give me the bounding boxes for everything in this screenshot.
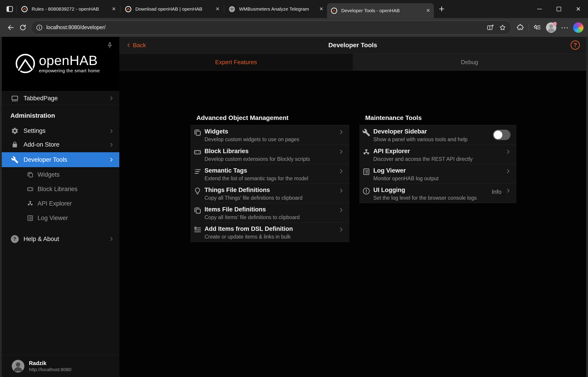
- browser-tab-rules[interactable]: Rules - 8080839272 - openHAB ✕: [17, 0, 120, 18]
- chevron-right-icon: [109, 129, 114, 133]
- browser-tab-download[interactable]: Download openHAB | openHAB ✕: [121, 0, 223, 18]
- list-item-add-items-from-dsl[interactable]: Add Items from DSL Definition Create or …: [191, 222, 349, 242]
- chevron-right-icon: [505, 168, 511, 174]
- item-title: Log Viewer: [373, 167, 516, 174]
- advanced-object-management-section: Advanced Object Management Widgets Devel…: [191, 71, 349, 242]
- user-name: Radzik: [29, 360, 72, 367]
- new-tab-button[interactable]: +: [439, 4, 444, 14]
- main-area: Back Developer Tools ? Expert Features D…: [119, 37, 586, 377]
- window-controls: ✕: [530, 0, 588, 18]
- help-icon[interactable]: ?: [571, 40, 580, 50]
- sidebar-item-block-libraries[interactable]: Block Libraries: [2, 183, 119, 196]
- list-item-ui-logging[interactable]: UI Logging Set the log level for the bro…: [359, 183, 516, 203]
- close-tab-icon[interactable]: ✕: [216, 6, 220, 12]
- chevron-right-icon: [109, 236, 114, 241]
- close-tab-icon[interactable]: ✕: [319, 6, 323, 12]
- back-button[interactable]: [4, 22, 17, 34]
- list-item-log-viewer[interactable]: Log Viewer Monitor openHAB log output: [359, 164, 516, 183]
- minimize-button[interactable]: [530, 0, 549, 18]
- url-text[interactable]: localhost:8080/developer/: [46, 24, 482, 31]
- browser-tab-developer-tools-active[interactable]: Developer Tools - openHAB ✕: [327, 3, 434, 18]
- browser-tab-strip: Rules - 8080839272 - openHAB ✕ Download …: [0, 0, 588, 18]
- list: Widgets Develop custom widgets to use on…: [191, 125, 349, 242]
- sidebar-item-label: Help & About: [24, 236, 59, 243]
- list: Developer Sidebar Show a panel with vari…: [359, 125, 516, 203]
- extensions-icon[interactable]: [514, 22, 526, 34]
- list-item-widgets[interactable]: Widgets Develop custom widgets to use on…: [191, 125, 349, 145]
- close-tab-icon[interactable]: ✕: [426, 8, 430, 13]
- sidebar-item-label: API Explorer: [37, 200, 72, 207]
- refresh-button[interactable]: [17, 22, 29, 34]
- list-item-semantic-tags[interactable]: Semantic Tags Extend the list of semanti…: [191, 164, 349, 183]
- openhab-favicon-icon: [331, 7, 338, 14]
- user-avatar: [12, 360, 24, 373]
- tab-expert-features[interactable]: Expert Features: [119, 54, 353, 71]
- chevron-right-icon: [505, 149, 511, 154]
- section-heading: Maintenance Tools: [365, 114, 516, 121]
- list-item-things-file-definitions[interactable]: Things File Definitions Copy all Things'…: [191, 183, 349, 203]
- brand-tagline: empowering the smart home: [39, 68, 100, 73]
- window-edge-left: [0, 37, 2, 377]
- site-info-icon[interactable]: [36, 24, 43, 31]
- sidebar-item-api-explorer[interactable]: API Explorer: [2, 197, 119, 210]
- list-item-items-file-definitions[interactable]: Items File Definitions Copy all Items' f…: [191, 203, 349, 222]
- ticket-icon: [193, 148, 202, 157]
- close-tab-icon[interactable]: ✕: [112, 6, 116, 12]
- gear-icon: [10, 127, 19, 135]
- sidebar-item-widgets[interactable]: Widgets: [2, 168, 119, 181]
- favorites-list-icon[interactable]: [531, 22, 543, 34]
- chevron-right-icon: [338, 227, 344, 232]
- openhab-favicon-icon: [21, 6, 28, 13]
- item-title: API Explorer: [373, 147, 516, 155]
- sidebar-item-log-viewer[interactable]: Log Viewer: [2, 212, 119, 224]
- maintenance-tools-section: Maintenance Tools Developer Sidebar Show…: [359, 71, 516, 203]
- sidebar-item-addon-store[interactable]: Add-on Store: [2, 139, 119, 151]
- list-item-developer-sidebar[interactable]: Developer Sidebar Show a panel with vari…: [359, 125, 516, 145]
- list-item-block-libraries[interactable]: Block Libraries Develop custom extension…: [191, 145, 349, 164]
- browser-tab-wmbusmeters[interactable]: WMBusmeters Analyze Telegram ✕: [225, 0, 327, 18]
- openhab-logo: openHAB empowering the smart home: [15, 53, 100, 74]
- close-window-button[interactable]: ✕: [569, 0, 588, 18]
- list-item-api-explorer[interactable]: API Explorer Discover and access the RES…: [359, 145, 516, 164]
- page-navbar: Back Developer Tools ?: [119, 37, 586, 54]
- tab-debug[interactable]: Debug: [353, 54, 586, 71]
- item-subtitle: Discover and access the REST API directl…: [373, 156, 516, 162]
- wrench-icon: [362, 128, 371, 137]
- tab-title: WMBusmeters Analyze Telegram: [239, 6, 317, 12]
- item-title: Things File Definitions: [204, 186, 349, 194]
- radiation-icon: [362, 148, 371, 157]
- sidebar-item-label: Developer Tools: [24, 156, 67, 163]
- sidebar-section-heading: Administration: [10, 112, 55, 119]
- sidebar-item-help-about[interactable]: ? Help & About: [2, 232, 119, 246]
- sidebar-item-developer-tools-selected[interactable]: Developer Tools: [2, 152, 119, 167]
- lightbulb-icon: [193, 187, 202, 196]
- maximize-button[interactable]: [549, 0, 569, 18]
- ticket-icon: [26, 186, 34, 193]
- user-server-url: http://localhost:8080: [29, 367, 72, 373]
- wrench-icon: [10, 155, 19, 164]
- chevron-right-icon: [338, 130, 344, 135]
- profile-button[interactable]: [546, 22, 556, 33]
- item-title: Block Libraries: [204, 147, 349, 155]
- browser-toolbar: localhost:8080/developer/ ⋯: [0, 18, 588, 37]
- help-circle-icon: ?: [10, 235, 19, 243]
- pin-sidebar-icon[interactable]: [106, 42, 113, 49]
- sidebar-item-settings[interactable]: Settings: [2, 125, 119, 137]
- tab-title: Download openHAB | openHAB: [135, 6, 213, 12]
- browser-menu-icon[interactable]: ⋯: [561, 24, 569, 31]
- address-bar[interactable]: localhost:8080/developer/: [31, 21, 511, 35]
- brand-name: openHAB: [39, 54, 100, 67]
- item-subtitle: Extend the list of semantic tags for the…: [204, 175, 349, 182]
- workspaces-icon[interactable]: [4, 3, 16, 15]
- chevron-right-icon: [109, 142, 114, 147]
- developer-tools-tabs: Expert Features Debug: [119, 54, 586, 71]
- favorite-star-icon[interactable]: [499, 24, 506, 31]
- sidebar-item-tabbedpage[interactable]: TabbedPage: [2, 92, 119, 105]
- split-screen-icon[interactable]: [487, 24, 494, 31]
- developer-sidebar-toggle-off[interactable]: [493, 130, 510, 140]
- chevron-right-icon: [338, 149, 344, 154]
- user-panel[interactable]: Radzik http://localhost:8080: [2, 355, 119, 377]
- copilot-icon[interactable]: [573, 22, 584, 33]
- sidebar-item-label: Log Viewer: [37, 215, 68, 222]
- log-list-icon: [362, 167, 371, 176]
